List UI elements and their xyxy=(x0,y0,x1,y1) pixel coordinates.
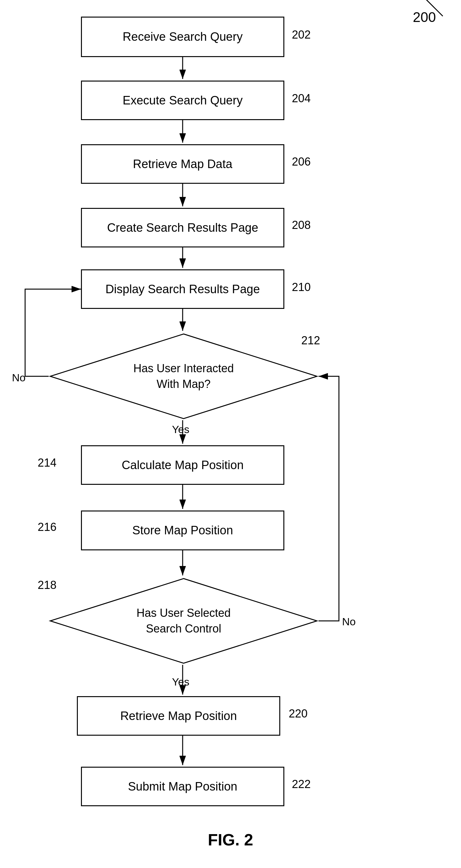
box-create-search-results-page: Create Search Results Page xyxy=(81,208,284,247)
ref-206: 206 xyxy=(292,155,311,168)
diagram-container: 200 xyxy=(0,0,461,868)
label-no-212: No xyxy=(12,372,25,384)
box-receive-search-query: Receive Search Query xyxy=(81,17,284,57)
box-execute-search-query: Execute Search Query xyxy=(81,81,284,120)
diagram-number: 200 xyxy=(413,9,436,25)
ref-216: 216 xyxy=(38,521,57,534)
box-calculate-map-position: Calculate Map Position xyxy=(81,445,284,485)
ref-204: 204 xyxy=(292,92,311,105)
diamond-212-label: Has User InteractedWith Map? xyxy=(49,332,319,420)
label-yes-212: Yes xyxy=(172,423,189,436)
ref-222: 222 xyxy=(292,778,311,791)
box-retrieve-map-position: Retrieve Map Position xyxy=(77,696,280,736)
diamond-user-interacted-map: Has User InteractedWith Map? xyxy=(49,332,319,420)
ref-202: 202 xyxy=(292,28,311,41)
label-yes-218: Yes xyxy=(172,676,189,688)
figure-label: FIG. 2 xyxy=(208,830,253,849)
ref-220: 220 xyxy=(289,707,308,720)
box-retrieve-map-data: Retrieve Map Data xyxy=(81,144,284,184)
ref-208: 208 xyxy=(292,219,311,232)
box-display-search-results-page: Display Search Results Page xyxy=(81,269,284,309)
arrows-svg xyxy=(0,0,461,868)
ref-210: 210 xyxy=(292,281,311,294)
label-no-218: No xyxy=(342,616,355,628)
box-store-map-position: Store Map Position xyxy=(81,510,284,550)
ref-214: 214 xyxy=(38,456,57,469)
diamond-218-label: Has User SelectedSearch Control xyxy=(49,577,319,665)
diamond-user-selected-search-control: Has User SelectedSearch Control xyxy=(49,577,319,665)
box-submit-map-position: Submit Map Position xyxy=(81,767,284,806)
